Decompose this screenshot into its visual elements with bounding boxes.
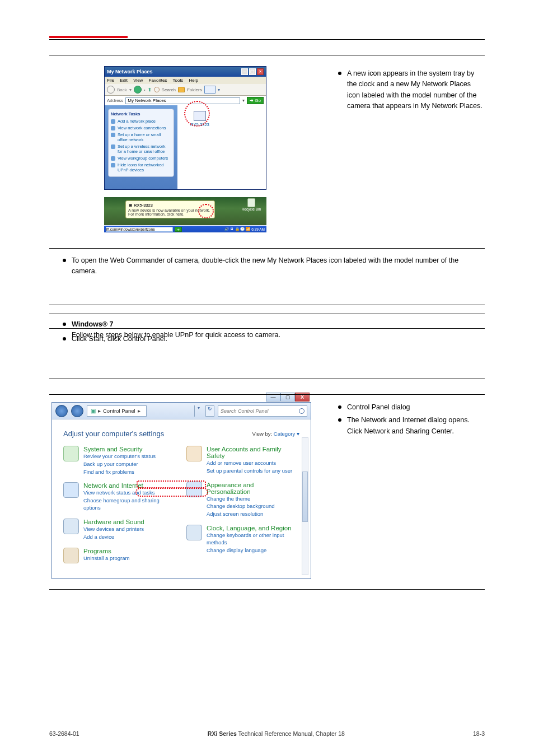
xp-taskbar: ➔ 🔊 🖥 🔒 🕑 📶 6:39 AM — [104, 226, 266, 232]
row-divider — [49, 589, 485, 590]
recycle-bin[interactable]: Recycle Bin — [242, 198, 261, 211]
task-setup-wireless-network[interactable]: Set up a wireless network for a home or … — [111, 144, 171, 154]
row-divider — [49, 305, 485, 305]
user-icon — [186, 446, 202, 461]
bullet-3: Click Start, click Control Panel. — [72, 334, 485, 344]
recycle-bin-icon — [247, 198, 255, 207]
task-setup-home-network[interactable]: Set up a home or small office network — [111, 132, 171, 142]
cp-user-accounts[interactable]: User Accounts and Family Safety Add or r… — [186, 446, 299, 475]
footer-ref: Technical Reference Manual, Chapter 18 — [238, 730, 345, 737]
shield-icon — [63, 446, 79, 461]
bullet-2: To open the Web Commander of camera, dou… — [72, 255, 485, 277]
task-view-workgroup[interactable]: View workgroup computers — [111, 156, 171, 161]
taskbar-address[interactable] — [106, 227, 173, 232]
task-add-network-place[interactable]: Add a network place — [111, 119, 171, 124]
bullet-5: Control Panel dialog — [347, 402, 485, 413]
bullet-icon — [63, 259, 66, 262]
footer-page: 18-3 — [473, 730, 485, 737]
balloon-title: RX5-3323 — [134, 203, 153, 208]
header-divider — [49, 39, 485, 40]
row-divider — [49, 314, 485, 314]
highlight-tray-icon — [198, 204, 214, 218]
page-footer: 63-2684-01 RXi Series Technical Referenc… — [49, 730, 485, 737]
bullet-icon — [338, 405, 341, 409]
task-view-connections[interactable]: View network connections — [111, 125, 171, 130]
cp-clock-language[interactable]: Clock, Language, and Region Change keybo… — [186, 525, 299, 554]
footer-doc: 63-2684-01 — [49, 730, 79, 737]
bullet-icon — [63, 323, 66, 326]
row-divider — [49, 55, 485, 55]
highlight-network-internet — [135, 488, 208, 497]
row-divider — [49, 248, 485, 249]
row-divider — [49, 379, 485, 379]
scrollbar[interactable] — [302, 437, 308, 575]
go-button-2[interactable]: ➔ — [175, 227, 182, 232]
tray-icons: 🔊 🖥 🔒 🕑 📶 — [224, 227, 250, 231]
bullet-6: The Network and Internet dialog opens. C… — [347, 415, 485, 437]
xp-side-panel: Network Tasks Add a network place View n… — [105, 105, 177, 189]
row-divider — [49, 394, 485, 395]
globe-icon — [63, 482, 79, 498]
footer-model: RXi Series — [208, 730, 237, 737]
cp-programs[interactable]: Programs Uninstall a program — [63, 548, 176, 563]
scrollbar-thumb[interactable] — [302, 472, 308, 522]
programs-icon — [63, 548, 79, 563]
clock-icon — [186, 525, 202, 540]
bullet-icon — [338, 418, 341, 422]
task-hide-upnp-icons[interactable]: Hide icons for networked UPnP devices — [111, 162, 171, 172]
printer-icon — [63, 519, 79, 534]
bullet-icon — [63, 337, 66, 340]
clock: 6:39 AM — [251, 227, 265, 231]
bullet-icon — [338, 72, 341, 75]
row-divider — [49, 328, 485, 329]
cp-hardware-sound[interactable]: Hardware and Sound View devices and prin… — [63, 519, 176, 541]
cp-system-security[interactable]: System and Security Review your computer… — [63, 446, 176, 475]
bullet-1: A new icon appears in the system tray by… — [347, 68, 485, 112]
brand-rule — [49, 36, 128, 38]
highlight-find-problems — [137, 480, 206, 488]
recycle-bin-label: Recycle Bin — [242, 207, 261, 211]
